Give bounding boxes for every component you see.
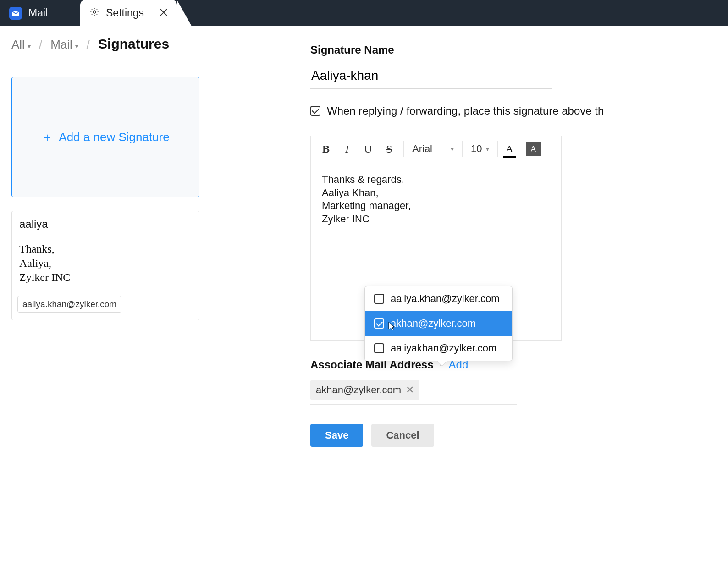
reply-placement-checkbox[interactable] [310, 106, 320, 116]
close-icon[interactable] [160, 7, 168, 19]
breadcrumb-current: Signatures [98, 36, 169, 52]
signature-preview-line: Zylker INC [19, 270, 192, 285]
breadcrumb-mail-label: Mail [50, 38, 72, 52]
font-family-select[interactable]: Arial ▾ [408, 143, 458, 155]
remove-chip-icon[interactable]: ✕ [406, 384, 414, 396]
top-tab-bar: Mail Settings [0, 0, 728, 26]
signature-preview-line: Thanks, [19, 242, 192, 256]
underline-button[interactable]: U [358, 139, 378, 159]
tab-mail-label: Mail [28, 7, 48, 19]
signature-name-label: Signature Name [310, 44, 728, 56]
plus-icon: ＋ [41, 129, 53, 145]
chevron-down-icon: ▾ [28, 43, 31, 50]
associated-email-text: akhan@zylker.com [316, 384, 401, 396]
checkbox-icon [374, 294, 384, 304]
editor-line: Zylker INC [322, 213, 550, 226]
font-color-button[interactable]: A [502, 142, 517, 156]
chevron-down-icon: ▾ [75, 43, 78, 50]
signature-preview-line: Aaliya, [19, 256, 192, 270]
breadcrumb-all-label: All [11, 38, 25, 52]
add-signature-label: Add a new Signature [59, 130, 169, 144]
bg-color-button[interactable]: A [526, 142, 541, 156]
breadcrumb-mail[interactable]: Mail ▾ [50, 38, 78, 52]
svg-point-1 [93, 11, 96, 13]
font-size-select[interactable]: 10 ▾ [467, 143, 492, 155]
signature-card-name: aaliya [12, 211, 199, 237]
editor-line: Aaliya Khan, [322, 187, 550, 200]
left-pane: All ▾ / Mail ▾ / Signatures ＋ Add a new … [0, 26, 292, 571]
strike-button[interactable]: S [380, 139, 399, 159]
chevron-down-icon: ▾ [451, 145, 454, 153]
svg-rect-0 [12, 11, 19, 16]
breadcrumb-separator: / [34, 38, 47, 52]
underline-divider [310, 404, 517, 405]
font-size-value: 10 [471, 143, 482, 155]
email-option[interactable]: aaliya.khan@zylker.com [365, 286, 512, 311]
toolbar-divider [462, 141, 463, 157]
editor-line: Marketing manager, [322, 199, 550, 213]
cancel-button[interactable]: Cancel [371, 424, 434, 447]
email-option-label: aaliyakhan@zylker.com [391, 342, 496, 354]
checkbox-checked-icon [374, 318, 384, 329]
toolbar-divider [497, 141, 498, 157]
font-color-glyph: A [506, 143, 513, 155]
signature-name-input[interactable] [310, 66, 552, 89]
email-option-selected[interactable]: akhan@zylker.com [365, 311, 512, 336]
tab-settings-label: Settings [106, 7, 144, 19]
editor-line: Thanks & regards, [322, 173, 550, 187]
toolbar-divider [403, 141, 404, 157]
gear-icon [89, 7, 99, 20]
bold-button[interactable]: B [316, 139, 336, 159]
breadcrumb-separator: / [82, 38, 94, 52]
email-option-label: akhan@zylker.com [391, 318, 476, 329]
right-pane: Signature Name When replying / forwardin… [292, 26, 728, 571]
cursor-icon [387, 321, 396, 335]
checkbox-icon [374, 343, 384, 353]
add-signature-card[interactable]: ＋ Add a new Signature [11, 77, 199, 197]
chevron-down-icon: ▾ [486, 145, 489, 153]
associated-email-chip: akhan@zylker.com ✕ [310, 380, 419, 400]
email-option[interactable]: aaliyakhan@zylker.com [365, 336, 512, 361]
signature-card-email-chip: aaliya.khan@zylker.com [17, 296, 121, 313]
italic-button[interactable]: I [337, 139, 357, 159]
breadcrumb-all[interactable]: All ▾ [11, 38, 31, 52]
mail-icon [9, 7, 22, 20]
tab-mail[interactable]: Mail [0, 0, 80, 26]
signature-card[interactable]: aaliya Thanks, Aaliya, Zylker INC aaliya… [11, 211, 199, 320]
reply-placement-label: When replying / forwarding, place this s… [327, 104, 604, 117]
save-button[interactable]: Save [310, 424, 363, 447]
font-family-value: Arial [412, 143, 432, 155]
email-option-label: aaliya.khan@zylker.com [391, 293, 500, 305]
email-dropdown: aaliya.khan@zylker.com akhan@zylker.com … [364, 286, 513, 361]
breadcrumb: All ▾ / Mail ▾ / Signatures [0, 26, 292, 62]
editor-toolbar: B I U S Arial ▾ 10 ▾ A [310, 136, 562, 162]
tab-settings[interactable]: Settings [80, 0, 177, 26]
